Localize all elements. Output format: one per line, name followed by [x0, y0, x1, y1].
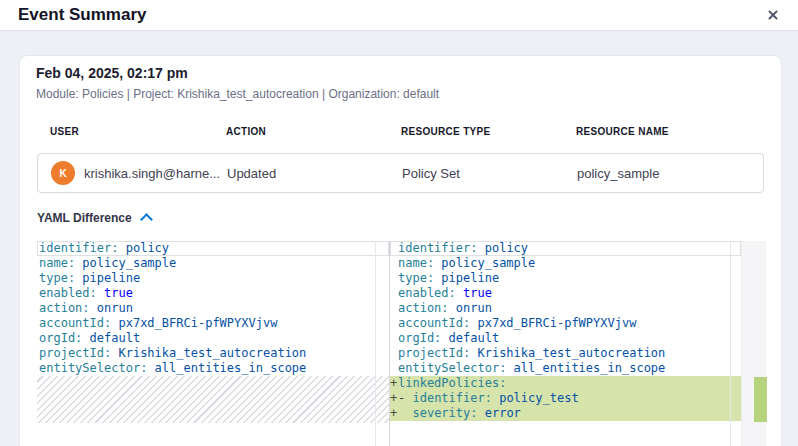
overview-insert-marker: [754, 377, 767, 422]
audit-table-header: USER ACTION RESOURCE TYPE RESOURCE NAME: [37, 126, 764, 137]
modal-header: Event Summary: [0, 0, 798, 31]
code-line: accountId: px7xd_BFRCi-pfWPYXVjvw: [37, 316, 389, 331]
code-line: accountId: px7xd_BFRCi-pfWPYXVjvw: [390, 316, 741, 331]
code-line: identifier: policy: [37, 241, 389, 256]
code-line: projectId: Krishika_test_autocreation: [37, 346, 389, 361]
chevron-up-icon: [140, 213, 153, 226]
column-header-resource-type: RESOURCE TYPE: [401, 126, 576, 137]
code-line: type: pipeline: [37, 271, 389, 286]
code-line: action: onrun: [37, 301, 389, 316]
code-line: + severity: error: [390, 406, 741, 421]
code-line: +- identifier: policy_test: [390, 391, 741, 406]
action-cell: Updated: [227, 166, 402, 181]
code-line: projectId: Krishika_test_autocreation: [390, 346, 741, 361]
column-header-action: ACTION: [226, 126, 401, 137]
close-x-icon: [768, 10, 778, 20]
code-line: name: policy_sample: [37, 256, 389, 271]
user-cell: K krishika.singh@harne...: [38, 161, 227, 185]
code-line: orgId: default: [390, 331, 741, 346]
code-line: name: policy_sample: [390, 256, 741, 271]
event-timestamp: Feb 04, 2025, 02:17 pm: [36, 65, 188, 81]
avatar: K: [51, 161, 75, 185]
column-header-resource-name: RESOURCE NAME: [576, 126, 764, 137]
yaml-difference-toggle[interactable]: YAML Difference: [37, 211, 151, 225]
code-line: entitySelector: all_entities_in_scope: [37, 361, 389, 376]
resource-name-cell: policy_sample: [577, 166, 763, 181]
code-line: action: onrun: [390, 301, 741, 316]
code-line: identifier: policy: [390, 241, 741, 256]
event-meta: Module: Policies | Project: Krishika_tes…: [36, 87, 439, 101]
diff-overview-ruler[interactable]: [741, 241, 766, 446]
code-line: enabled: true: [390, 286, 741, 301]
close-button[interactable]: [758, 0, 788, 30]
yaml-diff-editor: identifier: policyname: policy_sampletyp…: [37, 241, 766, 446]
resource-type-cell: Policy Set: [402, 166, 577, 181]
code-line: entitySelector: all_entities_in_scope: [390, 361, 741, 376]
page-title: Event Summary: [18, 0, 147, 30]
code-line: enabled: true: [37, 286, 389, 301]
code-line: +linkedPolicies:: [390, 376, 741, 391]
event-summary-card: Feb 04, 2025, 02:17 pm Module: Policies …: [19, 55, 782, 446]
yaml-difference-label: YAML Difference: [37, 211, 132, 225]
user-email: krishika.singh@harne...: [84, 166, 220, 181]
table-row: K krishika.singh@harne... Updated Policy…: [37, 153, 764, 193]
code-line: type: pipeline: [390, 271, 741, 286]
column-header-user: USER: [37, 126, 226, 137]
diff-original-pane[interactable]: identifier: policyname: policy_sampletyp…: [37, 241, 389, 446]
diff-modified-pane[interactable]: identifier: policyname: policy_sampletyp…: [390, 241, 741, 446]
diff-filler-hatch: [37, 376, 389, 423]
code-line: orgId: default: [37, 331, 389, 346]
